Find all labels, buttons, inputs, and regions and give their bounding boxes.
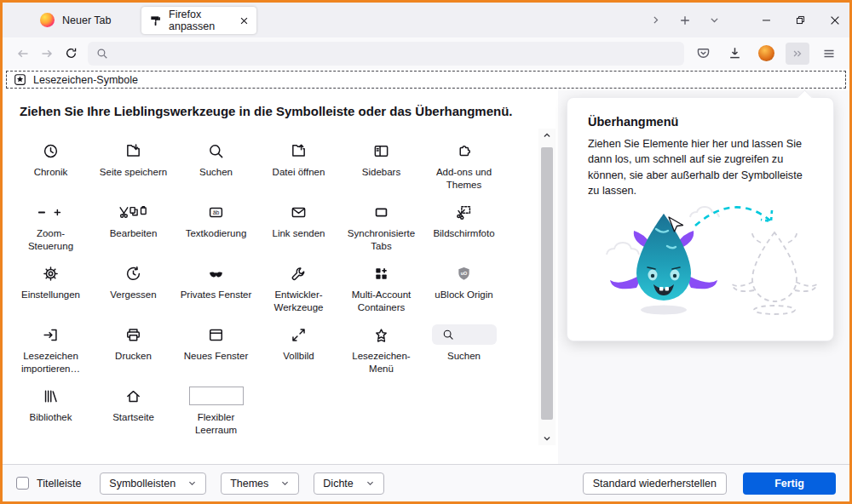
scrollbar-thumb[interactable] [541,147,553,420]
palette-item-label: Link senden [272,227,325,240]
scroll-up-icon[interactable] [538,129,556,142]
themes-dropdown[interactable]: Themes [221,472,299,495]
forget-icon [125,261,141,286]
tab-bar: Neuer Tab Firefox anpassen [3,3,849,37]
palette-item-flexibler-leerraum[interactable]: Flexibler Leerraum [175,376,257,438]
palette-item-label: Synchronisierte Tabs [345,227,417,253]
sidebars-icon [373,138,389,163]
new-tab-plus-icon[interactable] [679,14,691,26]
tab-neuer-tab[interactable]: Neuer Tab [40,3,111,37]
customize-paint-roller-icon [149,14,162,27]
palette-item-label: Flexibler Leerraum [180,411,252,437]
bookmarks-toolbar: Lesezeichen-Symbole [3,69,849,90]
import-bookmarks-icon [43,322,59,347]
nav-toolbar [3,37,849,69]
bookmarks-menu-icon [373,322,389,347]
palette-item-addons-themes[interactable]: Add-ons und Themes [423,131,505,192]
restore-icon[interactable] [795,14,806,26]
scrollbar[interactable] [538,129,556,445]
chevron-down-icon [280,478,290,488]
library-icon [43,383,59,409]
palette-item-drucken[interactable]: Drucken [92,315,175,376]
bookmarks-bar-label: Lesezeichen-Symbole [33,74,138,86]
bookmarks-drop-target[interactable]: Lesezeichen-Symbole [6,71,846,89]
customize-footer: Titelleiste Symbolleisten Themes Dichte … [3,464,849,501]
density-dropdown[interactable]: Dichte [314,472,383,495]
scroll-tabs-right-icon[interactable] [650,14,661,26]
overflow-menu-panel[interactable]: Überhangmenü Ziehen Sie Elemente hier he… [567,97,834,341]
titlebar-checkbox-label: Titelleiste [37,478,81,490]
palette-item-sidebars[interactable]: Sidebars [340,131,423,192]
overflow-panel-title: Überhangmenü [567,98,833,129]
scroll-down-icon[interactable] [538,432,556,445]
palette-item-label: Vollbild [283,350,314,363]
restore-defaults-button[interactable]: Standard wiederherstellen [583,472,727,495]
drop-monster-drag-illustration [581,198,821,328]
palette-item-label: Startseite [112,411,154,424]
palette-item-label: Add-ons und Themes [428,166,500,192]
save-page-icon [125,138,141,163]
open-file-icon [291,138,307,163]
palette-item-ublock-origin[interactable]: uOuBlock Origin [423,254,505,315]
url-bar[interactable] [88,42,684,66]
palette-item-suchleiste[interactable]: Suchen [423,315,505,376]
account-avatar[interactable] [754,42,778,66]
toolbars-dropdown[interactable]: Symbolleisten [100,472,206,495]
palette-item-suchen[interactable]: Suchen [175,131,257,192]
palette-item-synchronisierte-tabs[interactable]: Synchronisierte Tabs [340,192,423,254]
overflow-chevrons-icon[interactable] [786,43,809,65]
reload-icon[interactable] [59,42,83,66]
palette-item-bildschirmfoto[interactable]: Bildschirmfoto [423,192,505,254]
palette-item-label: Vergessen [110,289,156,301]
developer-tools-icon [291,261,307,286]
ublock-icon: uO [456,261,472,286]
palette-item-chronik[interactable]: Chronik [9,131,92,192]
palette-item-label: Suchen [447,350,481,363]
palette-item-bibliothek[interactable]: Bibliothek [9,376,92,438]
tab-label: Firefox anpassen [169,9,233,32]
chevron-down-icon [366,478,375,488]
settings-icon [43,261,59,286]
palette-item-bearbeiten[interactable]: Bearbeiten [92,192,175,254]
palette-item-lesezeichen-importieren[interactable]: Lesezeichen importieren… [9,315,92,376]
tab-firefox-anpassen[interactable]: Firefox anpassen [141,7,256,34]
titlebar-checkbox[interactable] [16,477,29,490]
edit-icon [119,199,148,225]
pocket-icon[interactable] [691,42,715,66]
palette-item-label: Seite speichern [100,166,167,179]
palette-item-vergessen[interactable]: Vergessen [92,254,175,315]
palette-item-privates-fenster[interactable]: Privates Fenster [175,254,257,315]
palette-item-label: Drucken [115,350,152,363]
close-icon[interactable] [829,14,841,26]
palette-item-seite-speichern[interactable]: Seite speichern [92,131,175,192]
palette-item-link-senden[interactable]: Link senden [257,192,340,254]
palette-item-einstellungen[interactable]: Einstellungen [9,254,92,315]
palette-item-textkodierung[interactable]: äbTextkodierung [175,192,257,254]
customize-heading: Ziehen Sie Ihre Lieblingswerkzeuge in di… [20,104,512,118]
forward-icon[interactable] [35,42,59,66]
palette-item-neues-fenster[interactable]: Neues Fenster [175,315,257,376]
menu-hamburger-icon[interactable] [817,42,841,66]
done-button[interactable]: Fertig [743,472,836,495]
palette-item-label: Lesezeichen-Menü [345,350,417,375]
history-icon [43,138,59,163]
downloads-icon[interactable] [722,42,746,66]
palette-item-label: Neues Fenster [184,350,248,363]
flexible-space-icon [189,383,244,409]
private-window-icon [207,261,225,286]
palette-item-label: uBlock Origin [435,289,492,301]
palette-item-label: Zoom-Steuerung [14,227,87,253]
palette-item-label: Bearbeiten [110,227,158,240]
palette-item-datei-oeffnen[interactable]: Datei öffnen [257,131,340,192]
tab-close-icon[interactable] [239,16,249,26]
palette-item-lesezeichen-menue[interactable]: Lesezeichen-Menü [340,315,423,376]
palette-item-label: Chronik [34,166,68,179]
list-tabs-chevron-down-icon[interactable] [709,14,720,26]
palette-item-zoom-steuerung[interactable]: Zoom-Steuerung [9,192,92,254]
palette-item-multi-account-containers[interactable]: Multi-Account Containers [340,254,423,315]
back-icon[interactable] [11,42,35,66]
palette-item-startseite[interactable]: Startseite [92,376,175,438]
minimize-icon[interactable] [761,14,772,26]
palette-item-vollbild[interactable]: Vollbild [257,315,340,376]
palette-item-entwickler-werkzeuge[interactable]: Entwickler-Werkzeuge [257,254,340,315]
